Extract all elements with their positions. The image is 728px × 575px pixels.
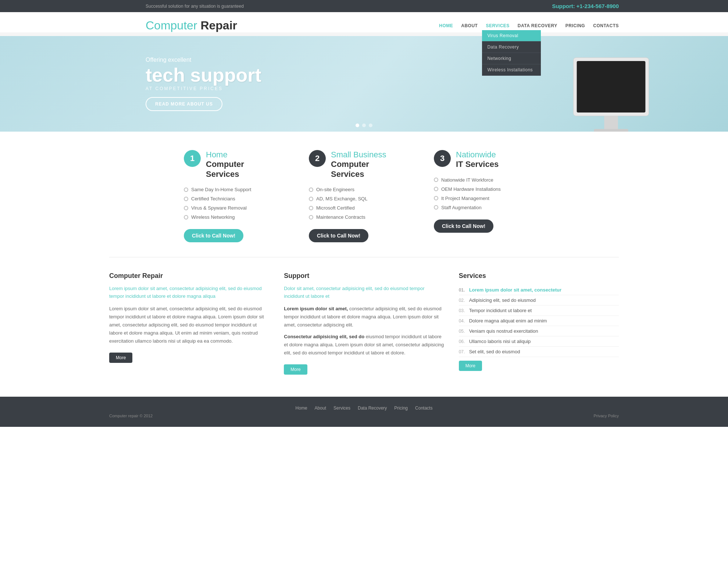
dot-1[interactable]: [356, 124, 359, 127]
hero-button[interactable]: READ MORE ABOUT US: [146, 97, 222, 111]
hero-main-title: tech support: [146, 65, 261, 86]
top-bar: Successful solution for any situation is…: [0, 0, 728, 12]
info-highlight-support: Dolor sit amet, consectetur adipisicing …: [284, 285, 444, 300]
info-col-support: Support Dolor sit amet, consectetur adip…: [284, 272, 444, 375]
footer-link-about[interactable]: About: [315, 406, 326, 411]
service-list-2: On-site EngineersAD, MS Exchange, SQLMic…: [309, 185, 419, 222]
service-header-1: 1 Home ComputerServices: [184, 150, 294, 179]
nav-pricing[interactable]: PRICING: [565, 23, 585, 28]
service-list-1: Same Day In-Home SupportCertified Techni…: [184, 185, 294, 222]
dot-2[interactable]: [362, 124, 366, 127]
more-btn-support[interactable]: More: [284, 364, 307, 375]
call-button-2[interactable]: Click to Call Now!: [309, 229, 368, 242]
service-list-item: Wireless Networking: [184, 213, 294, 222]
info-col-repair: Computer Repair Lorem ipsum dolor sit am…: [109, 272, 269, 375]
more-btn-repair[interactable]: More: [109, 353, 132, 363]
service-list-item: It Project Management: [434, 194, 544, 203]
service-number-3: 3: [434, 150, 451, 167]
footer: HomeAboutServicesData RecoveryPricingCon…: [0, 397, 728, 427]
info-highlight-repair: Lorem ipsum dolor sit amet, consectetur …: [109, 285, 269, 300]
footer-link-data-recovery[interactable]: Data Recovery: [358, 406, 387, 411]
service-header-3: 3 Nationwide IT Services: [434, 150, 544, 169]
service-title-1: Home ComputerServices: [206, 150, 244, 179]
footer-link-contacts[interactable]: Contacts: [415, 406, 432, 411]
services-list-item-2: 02. Adipisicing elit, sed do eiusmod: [459, 295, 619, 306]
logo-light: Computer: [146, 19, 200, 32]
privacy-policy[interactable]: Privacy Policy: [594, 414, 619, 418]
support-info: Support: +1-234-567-8900: [552, 3, 619, 9]
dropdown-data-recovery[interactable]: Data Recovery: [482, 42, 541, 53]
services-list-item-1: 01. Lorem ipsum dolor sit amet, consecte…: [459, 285, 619, 295]
dropdown-networking[interactable]: Networking: [482, 53, 541, 64]
footer-link-services[interactable]: Services: [333, 406, 350, 411]
service-card-2: 2 Small Business ComputerServices On-sit…: [309, 150, 419, 242]
dropdown-virus-removal[interactable]: Virus Removal: [482, 30, 541, 42]
computer-illustration: [552, 36, 670, 132]
logo-bold: Repair: [200, 19, 237, 32]
info-heading-repair: Computer Repair: [109, 272, 269, 280]
monitor-svg: [560, 51, 663, 132]
service-list-3: Nationwide IT WorkforceOEM Hardware Inst…: [434, 175, 544, 212]
service-list-item: OEM Hardware Installations: [434, 185, 544, 194]
call-button-1[interactable]: Click to Call Now!: [184, 229, 243, 242]
slider-dots: [356, 124, 372, 127]
hero-banner: Offering excellent tech support AT COMPE…: [0, 36, 728, 132]
footer-link-home[interactable]: Home: [296, 406, 307, 411]
dot-3[interactable]: [369, 124, 372, 127]
info-heading-services: Services: [459, 272, 619, 280]
service-number-2: 2: [309, 150, 326, 167]
info-body-repair: Lorem ipsum dolor sit amet, consectetur …: [109, 305, 269, 345]
hero-content: Offering excellent tech support AT COMPE…: [146, 57, 261, 111]
service-list-item: Nationwide IT Workforce: [434, 175, 544, 185]
service-number-1: 1: [184, 150, 201, 167]
nav-data-recovery[interactable]: DATA RECOVERY: [518, 23, 557, 28]
nav-contacts[interactable]: CONTACTS: [593, 23, 619, 28]
svg-rect-3: [594, 129, 628, 132]
services-list-item-3: 03. Tempor incididunt ut labore et: [459, 306, 619, 316]
info-section: Computer Repair Lorem ipsum dolor sit am…: [0, 257, 728, 389]
service-list-item: Same Day In-Home Support: [184, 185, 294, 194]
main-nav: HOME ABOUT SERVICES Virus Removal Data R…: [439, 23, 619, 28]
more-btn-services[interactable]: More: [459, 361, 482, 371]
info-body-support-2: Consectetur adipisicing elit, sed do eiu…: [284, 333, 444, 357]
nav-services-wrapper: SERVICES Virus Removal Data Recovery Net…: [486, 23, 509, 28]
service-card-3: 3 Nationwide IT Services Nationwide IT W…: [434, 150, 544, 242]
support-label: Support:: [552, 3, 575, 9]
services-list-item-4: 04. Dolore magna aliquat enim ad minim: [459, 316, 619, 326]
service-list-item: Certified Technicians: [184, 194, 294, 203]
footer-link-pricing[interactable]: Pricing: [394, 406, 408, 411]
tagline: Successful solution for any situation is…: [146, 4, 244, 9]
info-heading-support: Support: [284, 272, 444, 280]
nav-home[interactable]: HOME: [439, 23, 453, 28]
info-col-services: Services 01. Lorem ipsum dolor sit amet,…: [459, 272, 619, 375]
service-list-item: On-site Engineers: [309, 185, 419, 194]
dropdown-wireless[interactable]: Wireless Installations: [482, 64, 541, 76]
hero-subtitle: Offering excellent: [146, 57, 261, 63]
footer-copy: Computer repair © 2012 Privacy Policy: [109, 414, 619, 418]
phone-number: +1-234-567-8900: [576, 3, 619, 9]
logo: Computer Repair: [146, 19, 237, 32]
services-dropdown: Virus Removal Data Recovery Networking W…: [482, 30, 541, 76]
service-list-item: Maintenance Contracts: [309, 213, 419, 222]
header: Computer Repair HOME ABOUT SERVICES Viru…: [0, 12, 728, 32]
service-header-2: 2 Small Business ComputerServices: [309, 150, 419, 179]
copyright: Computer repair © 2012: [109, 414, 153, 418]
nav-services[interactable]: SERVICES: [486, 23, 509, 28]
hero-section: Offering excellent tech support AT COMPE…: [0, 32, 728, 132]
svg-rect-2: [604, 116, 618, 129]
call-button-3[interactable]: Click to Call Now!: [434, 219, 493, 233]
service-list-item: Virus & Spyware Removal: [184, 203, 294, 213]
info-body-support-1: Lorem ipsum dolor sit amet, consectetur …: [284, 305, 444, 329]
service-list-item: Staff Augmentation: [434, 203, 544, 212]
hero-tagline: AT COMPETITIVE PRICES: [146, 86, 261, 91]
service-list-item: AD, MS Exchange, SQL: [309, 194, 419, 203]
nav-about[interactable]: ABOUT: [461, 23, 478, 28]
services-list-item-5: 05. Veniam quis nostrud exercitation: [459, 326, 619, 336]
services-list-item-7: 07. Set elit, sed do eiusmod: [459, 347, 619, 357]
services-list-item-6: 06. Ullamco laboris nisi ut aliquip: [459, 336, 619, 347]
service-list-item: Microsoft Certified: [309, 203, 419, 213]
footer-links: HomeAboutServicesData RecoveryPricingCon…: [109, 406, 619, 411]
services-numbered-list: 01. Lorem ipsum dolor sit amet, consecte…: [459, 285, 619, 357]
services-section: 1 Home ComputerServices Same Day In-Home…: [0, 132, 728, 257]
service-title-2: Small Business ComputerServices: [331, 150, 386, 179]
